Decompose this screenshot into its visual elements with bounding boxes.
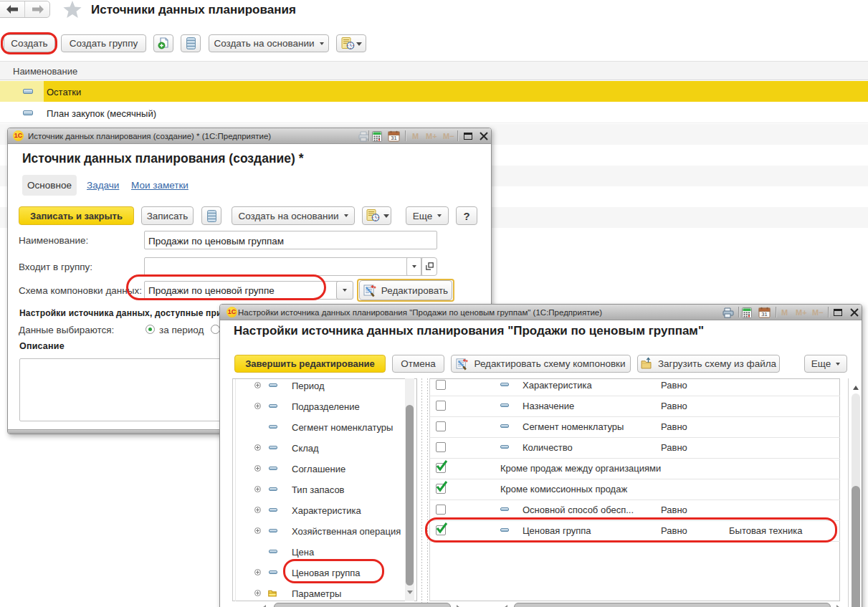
svg-text:31: 31 — [761, 311, 767, 317]
svg-text:31: 31 — [391, 135, 396, 141]
